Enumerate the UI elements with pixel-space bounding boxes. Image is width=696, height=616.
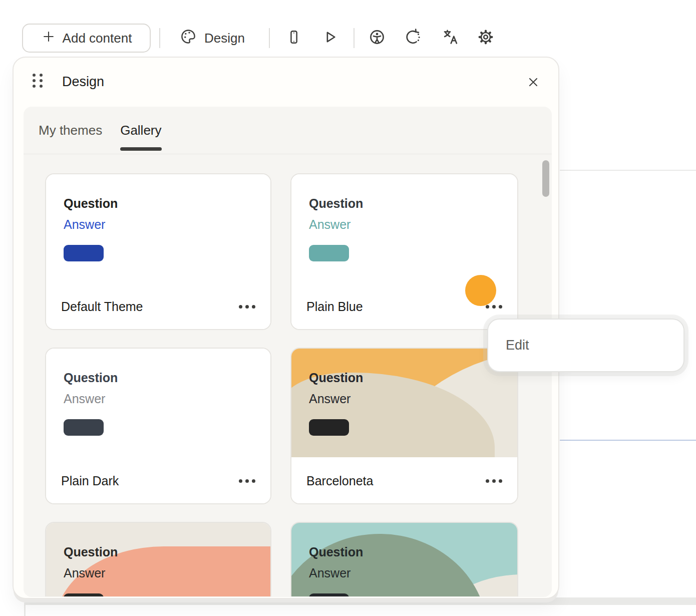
preview-question-label: Question xyxy=(309,195,517,211)
present-button[interactable] xyxy=(318,27,340,49)
gear-icon xyxy=(476,28,495,48)
phone-icon xyxy=(285,28,303,48)
drag-handle-icon[interactable] xyxy=(33,74,46,91)
preview-answer-label: Answer xyxy=(309,565,517,581)
design-button[interactable]: Design xyxy=(176,24,248,52)
theme-color-swatch xyxy=(309,419,349,436)
preview-answer-label: Answer xyxy=(64,216,270,232)
preview-answer-label: Answer xyxy=(309,391,517,407)
theme-preview: Question Answer xyxy=(291,174,517,283)
theme-color-swatch xyxy=(64,593,104,596)
toolbar-divider xyxy=(354,28,355,48)
theme-card-barceloneta[interactable]: Question Answer Barceloneta xyxy=(290,348,518,504)
plus-icon xyxy=(41,29,56,48)
play-icon xyxy=(320,28,339,48)
background-divider-line xyxy=(560,170,696,171)
panel-title: Design xyxy=(62,74,104,90)
translate-button[interactable] xyxy=(440,27,462,49)
accessibility-icon xyxy=(368,28,387,48)
theme-card-default-theme[interactable]: Question Answer Default Theme xyxy=(45,173,271,330)
editor-toolbar: Add content Design xyxy=(0,0,696,57)
design-panel: Design My themes Gallery Questio xyxy=(13,57,559,599)
preview-question-label: Question xyxy=(64,544,270,560)
theme-preview: Question Answer xyxy=(46,349,270,457)
theme-preview: Question Answer xyxy=(291,523,517,596)
translate-icon xyxy=(441,28,460,48)
add-content-button[interactable]: Add content xyxy=(22,24,151,53)
design-label: Design xyxy=(204,31,245,46)
theme-options-button[interactable] xyxy=(238,475,256,487)
themes-container: My themes Gallery Question Answer xyxy=(24,107,552,597)
theme-card-footer: Default Theme xyxy=(46,283,270,330)
scrollbar-thumb[interactable] xyxy=(542,160,549,197)
themes-tabbar: My themes Gallery xyxy=(24,107,552,154)
themes-grid: Question Answer Default Theme xyxy=(45,173,552,596)
close-panel-button[interactable] xyxy=(522,72,544,94)
theme-preview: Question Answer xyxy=(291,349,517,457)
theme-name: Plain Dark xyxy=(61,474,119,488)
add-content-label: Add content xyxy=(63,31,132,46)
preview-answer-label: Answer xyxy=(64,565,270,581)
theme-preview: Question Answer xyxy=(46,523,270,596)
tab-my-themes[interactable]: My themes xyxy=(39,107,102,154)
theme-card-partial-left[interactable]: Question Answer xyxy=(45,522,271,596)
app-canvas: Add content Design xyxy=(0,0,696,616)
accessibility-button[interactable] xyxy=(366,27,388,49)
theme-color-swatch xyxy=(64,245,104,261)
reset-results-button[interactable] xyxy=(402,27,424,49)
theme-preview: Question Answer xyxy=(46,174,270,283)
background-slide-edge-line xyxy=(560,440,696,441)
theme-card-partial-right[interactable]: Question Answer xyxy=(290,522,518,596)
toolbar-divider xyxy=(159,28,160,48)
theme-context-menu: Edit xyxy=(487,319,684,372)
theme-color-swatch xyxy=(64,419,104,436)
preview-question-label: Question xyxy=(309,544,517,560)
theme-card-plain-blue[interactable]: Question Answer Plain Blue xyxy=(290,173,518,330)
preview-answer-label: Answer xyxy=(309,216,517,232)
theme-card-footer: Plain Dark xyxy=(46,457,270,504)
settings-button[interactable] xyxy=(475,27,497,49)
background-bottom-panel-left-edge xyxy=(24,603,26,616)
close-icon xyxy=(526,75,541,91)
themes-scroll-area: Question Answer Default Theme xyxy=(24,154,552,596)
palette-icon xyxy=(179,28,197,49)
preview-question-label: Question xyxy=(64,195,270,211)
preview-question-label: Question xyxy=(309,370,517,386)
context-menu-edit[interactable]: Edit xyxy=(488,338,683,353)
design-panel-header: Design xyxy=(14,58,558,107)
tab-gallery[interactable]: Gallery xyxy=(120,107,161,154)
theme-name: Barceloneta xyxy=(306,474,373,488)
theme-name: Default Theme xyxy=(61,299,143,314)
mobile-preview-button[interactable] xyxy=(283,27,305,49)
theme-options-button[interactable] xyxy=(485,475,503,487)
theme-options-button[interactable] xyxy=(238,301,256,313)
collaborator-cursor-dot xyxy=(465,275,496,306)
theme-name: Plain Blue xyxy=(306,299,363,314)
reset-icon xyxy=(403,28,422,48)
theme-card-plain-dark[interactable]: Question Answer Plain Dark xyxy=(45,348,271,504)
theme-color-swatch xyxy=(309,245,349,261)
toolbar-divider xyxy=(269,28,270,48)
preview-answer-label: Answer xyxy=(64,391,270,407)
theme-card-footer: Barceloneta xyxy=(291,457,517,504)
preview-question-label: Question xyxy=(64,370,270,386)
theme-color-swatch xyxy=(309,593,349,596)
